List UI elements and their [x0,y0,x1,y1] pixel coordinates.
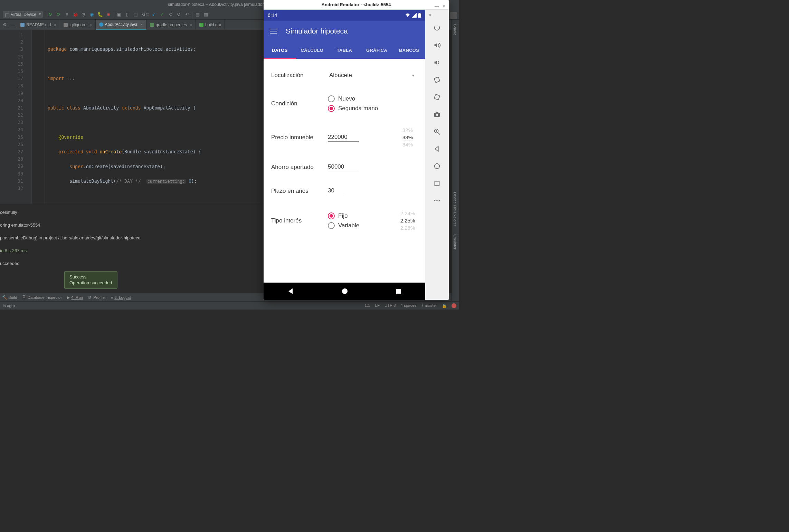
emu-more-icon[interactable] [425,192,449,209]
radio-fijo[interactable]: Fijo [328,212,359,219]
menu-icon[interactable] [270,29,277,34]
tool-logcat[interactable]: ≡ 6: Logcat [111,295,131,300]
svg-point-13 [435,164,440,169]
dropdown-localizacion[interactable]: Albacete ▼ [328,70,418,80]
toolbar-separator [114,11,114,18]
git-revert-icon[interactable]: ↺ [175,11,182,18]
undo-icon[interactable]: ↶ [184,11,190,18]
bug-icon[interactable]: 🐞 [72,11,78,18]
radio-label: Variable [338,222,359,229]
app-bar: Simulador hipoteca [264,21,425,41]
tab-datos[interactable]: DATOS [264,41,296,59]
sdk-icon[interactable]: ⬚ [133,11,139,18]
tab-aboutactivity[interactable]: AboutActivity.java × [96,20,146,30]
tab-tabla[interactable]: TABLA [328,41,361,59]
emu-zoom-icon[interactable] [425,123,449,140]
label-condicion: Condición [271,100,324,107]
tab-calculo[interactable]: CÁLCULO [296,41,329,59]
radio-group-condicion: Nuevo Segunda mano [328,95,418,112]
align-icon[interactable]: ≡ [64,11,70,18]
tool-database-inspector[interactable]: 🗄 Database Inspector [22,295,62,300]
tab-grafica[interactable]: GRÁFICA [361,41,393,59]
tool-build[interactable]: 🔨 Build [2,295,17,300]
svg-point-7 [436,114,438,116]
avd-icon[interactable]: ▣ [116,11,122,18]
nav-back-icon[interactable] [287,288,294,295]
user-avatar[interactable] [450,12,457,19]
git-pull-icon[interactable]: ↙ [151,11,157,18]
tab-build-gradle[interactable]: build.gra [196,20,225,30]
encoding[interactable]: UTF-8 [384,303,396,308]
git-history-icon[interactable]: ⟲ [167,11,173,18]
tab-label: build.gra [205,22,221,27]
radio-variable[interactable]: Variable [328,222,359,229]
indent[interactable]: 4 spaces [401,303,417,308]
attach-debugger-icon[interactable]: 🐛 [97,11,103,18]
emu-rotate-right-icon[interactable] [425,88,449,106]
dropdown-value: Albacete [329,72,352,79]
tab-readme[interactable]: README.md × [17,20,60,30]
refresh-icon[interactable]: ⟳ [56,11,62,18]
problems-icon[interactable] [451,303,456,308]
sync-icon[interactable]: ↻ [47,11,54,18]
emu-close-icon[interactable]: × [425,11,449,19]
svg-rect-0 [418,13,421,18]
close-icon[interactable]: × [54,23,56,27]
device-icon[interactable]: ▯ [124,11,131,18]
nav-recents-icon[interactable] [396,288,402,294]
emu-home-icon[interactable] [425,158,449,175]
emu-screenshot-icon[interactable] [425,106,449,123]
line-number: 21 [0,104,23,112]
device-screen[interactable]: 6:14 Simulador hipoteca DATOS CÁLCULO TA… [264,10,425,300]
app-title: Simulador hipoteca [286,27,348,35]
close-icon[interactable]: × [140,22,142,27]
close-icon[interactable]: × [443,1,445,11]
picker-interes[interactable]: 2.24% 2.25% 2.26% [398,210,418,231]
gear-icon[interactable]: ⚙ [3,22,7,27]
input-ahorro[interactable] [328,163,359,171]
emu-volume-down-icon[interactable] [425,54,449,71]
clock-icon[interactable]: ◔ [80,11,87,18]
close-icon[interactable]: × [89,23,92,27]
line-number: 3 [0,46,23,53]
toolbar-separator [45,11,45,18]
emu-power-icon[interactable] [425,19,449,37]
picker-precio[interactable]: 32% 33% 34% [398,127,418,148]
close-icon[interactable]: × [190,23,192,27]
emu-rotate-left-icon[interactable] [425,71,449,88]
profile-icon[interactable]: ◉ [89,11,95,18]
input-plazo[interactable] [328,187,345,195]
emu-back-icon[interactable] [425,140,449,158]
minimize-icon[interactable]: — [10,22,14,27]
line-separator[interactable]: LF [375,303,380,308]
input-precio[interactable] [328,133,359,142]
emu-volume-up-icon[interactable] [425,37,449,54]
layout-icon[interactable]: ▦ [203,11,209,18]
git-branch[interactable]: ᚼ master [421,303,437,308]
preview-icon[interactable]: ▤ [194,11,201,18]
rail-device-file-explorer[interactable]: Device File Explorer [452,188,458,230]
tool-profiler[interactable]: ⏱ Profiler [88,295,106,300]
minimize-icon[interactable]: — [435,1,439,11]
status-message: ts ago) [3,304,360,308]
tab-bancos[interactable]: BANCOS [393,41,425,59]
tool-run[interactable]: ▶ 4: Run [67,295,83,300]
radio-nuevo[interactable]: Nuevo [328,95,418,102]
emulator-title: Android Emulator - <build>:5554 [322,2,391,7]
emu-overview-icon[interactable] [425,175,449,192]
git-commit-icon[interactable]: ✓ [159,11,165,18]
device-select[interactable]: Virtual Device [3,11,43,18]
chevron-down-icon: ▼ [411,74,415,77]
stop-icon[interactable]: ■ [105,11,112,18]
rail-gradle[interactable]: Gradle [452,20,458,39]
tab-gitignore[interactable]: .gitignore × [60,20,96,30]
emulator-window[interactable]: Android Emulator - <build>:5554 — × 6:14… [264,0,449,300]
radio-label: Fijo [338,212,348,219]
caret-position[interactable]: 1:1 [365,303,370,308]
tab-gradle-properties[interactable]: gradle.properties × [146,20,196,30]
rail-emulator[interactable]: Emulator [452,230,458,254]
lock-icon[interactable]: 🔒 [442,303,447,308]
form-body[interactable]: Localización Albacete ▼ Condición Nuevo [264,59,425,283]
nav-home-icon[interactable] [341,288,348,295]
radio-segunda-mano[interactable]: Segunda mano [328,105,418,112]
